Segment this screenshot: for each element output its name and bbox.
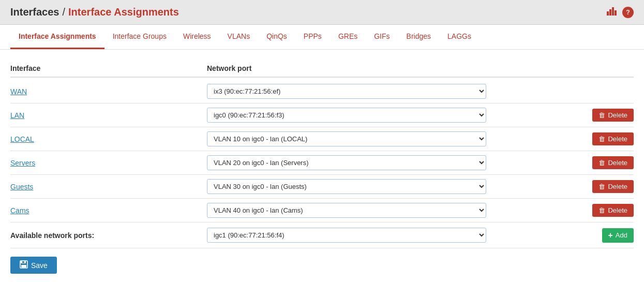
delete-button-lan[interactable]: 🗑Delete — [592, 109, 634, 122]
breadcrumb-current: Interface Assignments — [68, 6, 179, 18]
main-content: Interface Network port WANix3 (90:ec:77:… — [0, 50, 644, 282]
save-icon — [20, 260, 28, 270]
table-row: WANix3 (90:ec:77:21:56:ef)igc0 (90:ec:77… — [10, 80, 634, 103]
header-actions: ? — [607, 6, 634, 18]
save-label: Save — [31, 261, 48, 270]
port-select-guests[interactable]: VLAN 30 on igc0 - lan (Guests)VLAN 10 on… — [207, 179, 486, 194]
interface-link-lan[interactable]: LAN — [10, 111, 24, 120]
delete-button-cams[interactable]: 🗑Delete — [592, 204, 634, 217]
col-interface-label: Interface — [10, 64, 207, 72]
table-row: ServersVLAN 20 on igc0 - lan (Servers)VL… — [10, 151, 634, 175]
port-select-servers[interactable]: VLAN 20 on igc0 - lan (Servers)VLAN 10 o… — [207, 155, 486, 170]
table-row: LANigc0 (90:ec:77:21:56:f3)ix3 (90:ec:77… — [10, 103, 634, 127]
breadcrumb-base: Interfaces — [10, 6, 59, 18]
tab-bridges[interactable]: Bridges — [398, 25, 439, 49]
delete-button-guests[interactable]: 🗑Delete — [592, 180, 634, 193]
table-rows: WANix3 (90:ec:77:21:56:ef)igc0 (90:ec:77… — [10, 80, 634, 222]
add-label: Add — [616, 231, 627, 239]
svg-rect-0 — [607, 11, 609, 16]
port-select-wan[interactable]: ix3 (90:ec:77:21:56:ef)igc0 (90:ec:77:21… — [207, 84, 486, 99]
breadcrumb-separator: / — [63, 6, 66, 18]
svg-rect-7 — [22, 261, 24, 263]
tab-gres[interactable]: GREs — [330, 25, 366, 49]
table-row: GuestsVLAN 30 on igc0 - lan (Guests)VLAN… — [10, 175, 634, 199]
trash-icon: 🗑 — [598, 159, 605, 167]
interface-link-wan[interactable]: WAN — [10, 87, 27, 96]
svg-rect-3 — [615, 10, 617, 16]
tab-vlans[interactable]: VLANs — [219, 25, 259, 49]
svg-rect-6 — [21, 265, 26, 268]
col-network-port-label: Network port — [207, 64, 634, 72]
help-icon[interactable]: ? — [622, 7, 634, 18]
trash-icon: 🗑 — [598, 111, 605, 119]
delete-label: Delete — [608, 206, 627, 214]
delete-label: Delete — [608, 135, 627, 143]
tab-interface-assignments[interactable]: Interface Assignments — [10, 25, 104, 49]
delete-button-local[interactable]: 🗑Delete — [592, 132, 634, 145]
available-ports-label: Available network ports: — [10, 231, 207, 240]
delete-label: Delete — [608, 183, 627, 190]
available-ports-row: Available network ports: igc1 (90:ec:77:… — [10, 222, 634, 248]
port-select-lan[interactable]: igc0 (90:ec:77:21:56:f3)ix3 (90:ec:77:21… — [207, 108, 486, 123]
table-header: Interface Network port — [10, 60, 634, 78]
trash-icon: 🗑 — [598, 183, 605, 190]
trash-icon: 🗑 — [598, 135, 605, 143]
interface-link-cams[interactable]: Cams — [10, 206, 29, 215]
delete-label: Delete — [608, 159, 627, 167]
delete-label: Delete — [608, 111, 627, 119]
table-row: CamsVLAN 40 on igc0 - lan (Cams)VLAN 10 … — [10, 199, 634, 222]
trash-icon: 🗑 — [598, 206, 605, 214]
interface-link-servers[interactable]: Servers — [10, 159, 35, 167]
port-select-local[interactable]: VLAN 10 on igc0 - lan (LOCAL)VLAN 20 on … — [207, 131, 486, 146]
tab-gifs[interactable]: GIFs — [366, 25, 398, 49]
interface-link-guests[interactable]: Guests — [10, 183, 33, 191]
tab-ppps[interactable]: PPPs — [295, 25, 330, 49]
available-ports-select[interactable]: igc1 (90:ec:77:21:56:f4)ix3 (90:ec:77:21… — [207, 228, 486, 243]
tab-laggs[interactable]: LAGGs — [439, 25, 480, 49]
add-button[interactable]: Add — [602, 228, 634, 243]
plus-icon — [608, 231, 613, 240]
page-header: Interfaces / Interface Assignments ? — [0, 0, 644, 25]
delete-button-servers[interactable]: 🗑Delete — [592, 156, 634, 169]
table-row: LOCALVLAN 10 on igc0 - lan (LOCAL)VLAN 2… — [10, 127, 634, 151]
save-button[interactable]: Save — [10, 257, 57, 274]
port-select-cams[interactable]: VLAN 40 on igc0 - lan (Cams)VLAN 10 on i… — [207, 203, 486, 218]
chart-icon[interactable] — [607, 6, 617, 18]
tab-interface-groups[interactable]: Interface Groups — [104, 25, 175, 49]
tab-qinqs[interactable]: QinQs — [258, 25, 295, 49]
tab-wireless[interactable]: Wireless — [175, 25, 219, 49]
tabs-bar: Interface AssignmentsInterface GroupsWir… — [0, 25, 644, 50]
svg-rect-2 — [612, 7, 614, 16]
svg-rect-1 — [609, 9, 611, 16]
breadcrumb: Interfaces / Interface Assignments — [10, 6, 179, 18]
interface-link-local[interactable]: LOCAL — [10, 135, 34, 143]
